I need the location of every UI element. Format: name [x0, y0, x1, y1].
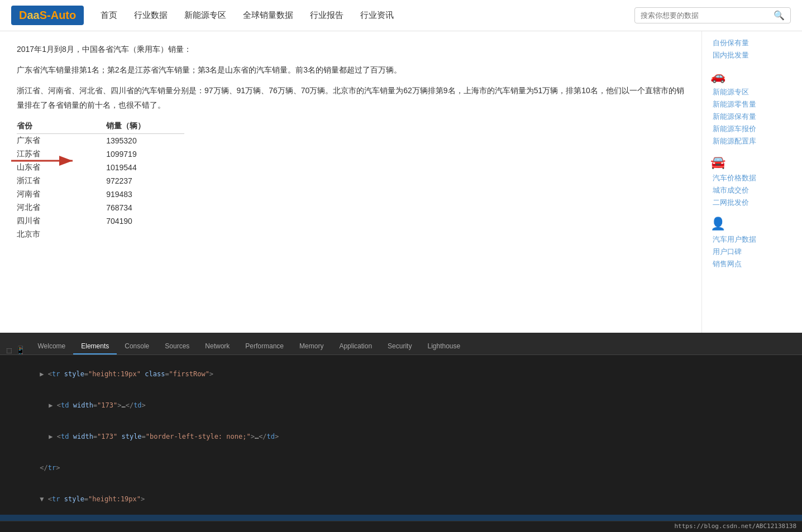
- table-cell-sales: 704190: [61, 214, 184, 228]
- tab-memory[interactable]: Memory: [292, 337, 331, 354]
- table-row: 河北省768734: [17, 201, 184, 214]
- table-col-province: 省份: [17, 119, 61, 134]
- sales-table: 省份 销量（辆） 广东省1395320江苏省1099719山东省1019544浙…: [17, 119, 184, 241]
- data-table-container: 省份 销量（辆） 广东省1395320江苏省1099719山东省1019544浙…: [17, 119, 685, 241]
- table-col-sales: 销量（辆）: [61, 119, 184, 134]
- sidebar-item-review[interactable]: 用户口碑: [713, 246, 802, 258]
- sidebar-item-user-data[interactable]: 汽车用户数据: [713, 233, 802, 246]
- nav-new-energy[interactable]: 新能源专区: [184, 8, 226, 23]
- sidebar-item-reserve[interactable]: 自份保有量: [713, 37, 802, 49]
- table-row: 河南省919483: [17, 188, 184, 201]
- tab-network[interactable]: Network: [197, 337, 237, 354]
- tab-application[interactable]: Application: [331, 337, 380, 354]
- table-cell-sales: 1099719: [61, 147, 184, 161]
- nav-news[interactable]: 行业资讯: [360, 8, 394, 23]
- sidebar-item-ev-zone[interactable]: 新能源专区: [713, 86, 802, 98]
- nav-industry[interactable]: 行业数据: [134, 8, 168, 23]
- table-row: 广东省1395320: [17, 133, 184, 147]
- nav-global-sales[interactable]: 全球销量数据: [243, 8, 293, 23]
- code-line-td-guangdong[interactable]: <td style="border-top-style: none;">广东省<…: [0, 515, 802, 521]
- tab-welcome[interactable]: Welcome: [30, 337, 73, 354]
- table-row: 四川省704190: [17, 214, 184, 228]
- table-row: 北京市: [17, 228, 184, 241]
- sidebar-item-city-price[interactable]: 城市成交价: [713, 184, 802, 196]
- sidebar-item-dealer[interactable]: 销售网点: [713, 258, 802, 270]
- table-cell-province: 北京市: [17, 228, 61, 241]
- search-input[interactable]: [641, 11, 774, 20]
- sidebar-item-price-data[interactable]: 汽车价格数据: [713, 172, 802, 184]
- table-cell-province: 河南省: [17, 188, 61, 201]
- article-paragraph2: 浙江省、河南省、河北省、四川省的汽车销量分别是：97万辆、91万辆、76万辆、7…: [17, 84, 685, 112]
- article-paragraph1: 广东省汽车销量排第1名；第2名是江苏省汽车销量；第3名是山东省的汽车销量。前3名…: [17, 63, 685, 77]
- table-cell-sales: 1019544: [61, 161, 184, 174]
- devtools-left-controls: ⬚ 📱: [2, 346, 30, 354]
- devtools-tabs-bar: ⬚ 📱 Welcome Elements Console Sources Net…: [0, 333, 802, 355]
- sidebar-item-ev-stock[interactable]: 新能源保有量: [713, 111, 802, 123]
- header: DaaS-Auto 首页 行业数据 新能源专区 全球销量数据 行业报告 行业资讯…: [0, 0, 802, 31]
- tab-security[interactable]: Security: [380, 337, 419, 354]
- table-cell-province: 河北省: [17, 201, 61, 214]
- article-intro: 2017年1月到8月，中国各省汽车（乘用车）销量：: [17, 42, 685, 56]
- content-area: 2017年1月到8月，中国各省汽车（乘用车）销量： 广东省汽车销量排第1名；第2…: [0, 31, 701, 333]
- statusbar-url: https://blog.csdn.net/ABC12138138: [674, 523, 796, 530]
- table-cell-sales: 1395320: [61, 133, 184, 147]
- code-line-td-173-2[interactable]: ▶ <td width="173" style="border-left-sty…: [0, 421, 802, 452]
- table-cell-province: 广东省: [17, 133, 61, 147]
- tab-lighthouse[interactable]: Lighthouse: [419, 337, 468, 354]
- code-line-td-173-1[interactable]: ▶ <td width="173">…</td>: [0, 390, 802, 421]
- nav-reports[interactable]: 行业报告: [310, 8, 343, 23]
- devtools-statusbar: https://blog.csdn.net/ABC12138138: [0, 521, 802, 532]
- code-line-tr-2[interactable]: ▼ <tr style="height:19px">: [0, 483, 802, 515]
- search-icon[interactable]: 🔍: [774, 10, 785, 21]
- tab-sources[interactable]: Sources: [157, 337, 197, 354]
- tab-console[interactable]: Console: [117, 337, 157, 354]
- devtools-panel: ⬚ 📱 Welcome Elements Console Sources Net…: [0, 333, 802, 532]
- table-row: 山东省1019544: [17, 161, 184, 174]
- devtools-cursor-icon[interactable]: ⬚: [7, 346, 11, 354]
- sidebar-group-2: 🚗 新能源专区 新能源零售量 新能源保有量 新能源车报价 新能源配置库: [710, 69, 802, 147]
- table-cell-province: 四川省: [17, 214, 61, 228]
- sidebar-item-wholesale[interactable]: 国内批发量: [713, 49, 802, 61]
- search-box[interactable]: 🔍: [634, 7, 791, 23]
- devtools-device-icon[interactable]: 📱: [16, 346, 25, 354]
- sidebar-group-1: 自份保有量 国内批发量: [710, 37, 802, 61]
- tab-performance[interactable]: Performance: [237, 337, 292, 354]
- table-cell-sales: [61, 228, 184, 241]
- logo[interactable]: DaaS-Auto: [11, 6, 84, 25]
- sidebar: 自份保有量 国内批发量 🚗 新能源专区 新能源零售量 新能源保有量 新能源车报价…: [701, 31, 802, 333]
- main-container: 2017年1月到8月，中国各省汽车（乘用车）销量： 广东省汽车销量排第1名；第2…: [0, 31, 802, 333]
- table-cell-province: 山东省: [17, 161, 61, 174]
- sidebar-price-icon-row: 🚘: [710, 155, 802, 170]
- nav-home[interactable]: 首页: [101, 8, 117, 23]
- table-cell-province: 浙江省: [17, 174, 61, 188]
- ev-car-icon: 🚗: [710, 69, 725, 84]
- code-line-tr-firstrow[interactable]: ▶ <tr style="height:19px" class="firstRo…: [0, 358, 802, 390]
- price-car-icon: 🚘: [710, 155, 725, 170]
- sidebar-user-icon-row: 👤: [710, 217, 802, 231]
- sidebar-ev-icon-row: 🚗: [710, 69, 802, 84]
- sidebar-item-ev-retail[interactable]: 新能源零售量: [713, 98, 802, 111]
- table-row: 江苏省1099719: [17, 147, 184, 161]
- table-cell-province: 江苏省: [17, 147, 61, 161]
- table-cell-sales: 919483: [61, 188, 184, 201]
- tab-elements[interactable]: Elements: [73, 337, 117, 354]
- sidebar-item-ev-config[interactable]: 新能源配置库: [713, 135, 802, 147]
- table-cell-sales: 768734: [61, 201, 184, 214]
- user-icon: 👤: [710, 217, 725, 231]
- code-line-close-tr-1[interactable]: </tr>: [0, 452, 802, 483]
- main-nav: 首页 行业数据 新能源专区 全球销量数据 行业报告 行业资讯: [101, 8, 634, 23]
- table-row: 浙江省972237: [17, 174, 184, 188]
- sidebar-group-3: 🚘 汽车价格数据 城市成交价 二网批发价: [710, 155, 802, 209]
- sidebar-item-network-price[interactable]: 二网批发价: [713, 196, 802, 209]
- sidebar-group-4: 👤 汽车用户数据 用户口碑 销售网点: [710, 217, 802, 270]
- sidebar-item-ev-price[interactable]: 新能源车报价: [713, 123, 802, 135]
- table-cell-sales: 972237: [61, 174, 184, 188]
- devtools-code-body[interactable]: ▶ <tr style="height:19px" class="firstRo…: [0, 355, 802, 521]
